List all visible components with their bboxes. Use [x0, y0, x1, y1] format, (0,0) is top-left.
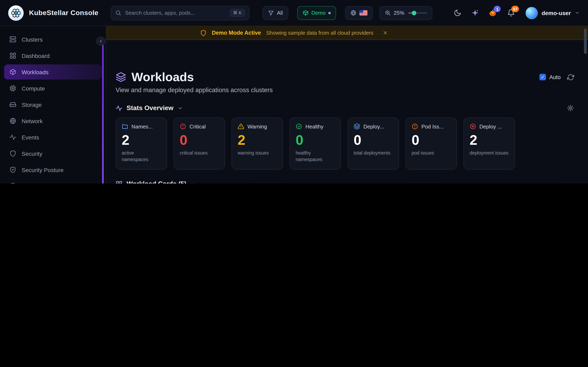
status-dot: [328, 12, 331, 14]
sidebar-item-storage[interactable]: Storage: [4, 97, 102, 112]
stat-card-total-deployments[interactable]: Deploy...0total deployments: [347, 117, 399, 170]
global-filter-button[interactable]: All: [263, 6, 288, 20]
chevron-left-icon: [98, 39, 103, 44]
stat-card-active-namespaces[interactable]: Names...2active namespaces: [116, 117, 167, 170]
demo-mode-button[interactable]: Demo: [297, 6, 336, 20]
stat-caption: pod issues: [412, 150, 451, 156]
stat-label: Healthy: [305, 123, 323, 129]
stat-value: 0: [412, 133, 451, 147]
stat-card-deployment-issues[interactable]: Deploy ...2deployment issues: [463, 117, 515, 170]
zoom-control[interactable]: 25%: [379, 6, 432, 20]
auto-refresh-toggle[interactable]: ✓ Auto: [539, 74, 561, 80]
stat-label: Critical: [190, 123, 206, 129]
stat-label: Deploy...: [363, 123, 384, 129]
sidebar-item-network[interactable]: Network: [4, 113, 102, 128]
funnel-icon: [268, 10, 274, 16]
zoom-slider-thumb[interactable]: [412, 11, 416, 15]
sidebar-item-security[interactable]: Security: [4, 146, 102, 161]
sidebar: ClustersDashboardWorkloadsComputeStorage…: [0, 26, 106, 184]
stat-label: Warning: [247, 123, 267, 129]
zoom-slider[interactable]: [408, 12, 427, 14]
sidebar-nav: ClustersDashboardWorkloadsComputeStorage…: [4, 32, 102, 184]
sidebar-item-security-posture[interactable]: Security Posture: [4, 162, 102, 177]
stat-label: Names...: [131, 123, 153, 129]
theme-toggle-button[interactable]: [454, 9, 462, 17]
sidebar-item-data-compliance[interactable]: Data Compliance: [4, 179, 102, 184]
workload-cards-header[interactable]: Workload Cards (5): [116, 180, 574, 184]
auto-checkbox[interactable]: ✓: [539, 74, 546, 80]
sidebar-item-dashboard[interactable]: Dashboard: [4, 48, 102, 63]
zoom-level: 25%: [394, 10, 404, 16]
banner-title: Demo Mode Active: [212, 30, 261, 36]
sidebar-item-events[interactable]: Events: [4, 130, 102, 145]
search-placeholder: Search clusters, apps, pods...: [125, 10, 226, 16]
stat-caption: active namespaces: [122, 150, 161, 163]
sidebar-item-label: Storage: [22, 101, 42, 108]
sidebar-item-label: Security: [22, 150, 42, 157]
search-shortcut: ⌘ K: [230, 9, 245, 17]
celebration-button[interactable]: [471, 9, 479, 17]
alert-icon: [180, 123, 186, 130]
us-flag-icon: [359, 10, 367, 16]
sidebar-item-compute[interactable]: Compute: [4, 81, 102, 96]
stats-row: Names...2active namespacesCritical0criti…: [116, 117, 574, 170]
user-menu[interactable]: demo-user: [526, 7, 580, 19]
page-scrollbar[interactable]: [584, 29, 587, 54]
stat-value: 0: [296, 133, 335, 147]
stat-card-healthy-namespaces[interactable]: Healthy0healthy namespaces: [290, 117, 341, 170]
stat-card-pod-issues[interactable]: Pod Iss...0pod issues: [406, 117, 457, 170]
auto-label: Auto: [549, 74, 561, 80]
sidebar-item-label: Events: [22, 134, 39, 141]
globe-icon: [9, 117, 16, 124]
language-selector[interactable]: [345, 6, 373, 20]
seasonal-badge-count: 1: [494, 6, 501, 12]
app-root: KubeStellar Console Search clusters, app…: [0, 0, 588, 184]
sidebar-item-workloads[interactable]: Workloads: [4, 64, 102, 80]
sparkle-icon: [471, 9, 479, 17]
app-logo[interactable]: [8, 5, 24, 21]
stat-value: 0: [354, 133, 393, 147]
stats-settings-button[interactable]: [567, 104, 574, 112]
filter-label: All: [277, 10, 283, 16]
sidebar-item-label: Workloads: [22, 69, 49, 75]
stat-value: 0: [180, 133, 219, 147]
stat-card-warning-issues[interactable]: Warning2warning issues: [232, 117, 283, 170]
notifications-button[interactable]: 67: [507, 9, 515, 17]
refresh-icon: [567, 74, 574, 81]
close-icon: [383, 30, 388, 35]
sidebar-item-label: Dashboard: [22, 52, 50, 59]
chevron-down-icon[interactable]: [190, 181, 196, 184]
page-subtitle: View and manage deployed applications ac…: [116, 86, 574, 94]
global-search-input[interactable]: Search clusters, apps, pods... ⌘ K: [111, 6, 250, 20]
main-content: Workloads ✓ Auto View and manage deploye…: [106, 40, 588, 184]
sidebar-item-label: Data Compliance: [22, 183, 66, 184]
activity-icon: [116, 105, 122, 111]
warning-icon: [238, 123, 244, 130]
seasonal-button[interactable]: 1: [489, 9, 497, 17]
hdd-icon: [9, 101, 16, 108]
grid-icon: [116, 180, 122, 184]
banner-subtitle: Showing sample data from all cloud provi…: [266, 30, 373, 36]
banner-close-button[interactable]: [383, 30, 388, 35]
sidebar-item-label: Compute: [22, 85, 45, 92]
server-icon: [9, 36, 16, 43]
database-icon: [9, 183, 16, 184]
stats-overview-header[interactable]: Stats Overview: [116, 104, 574, 112]
sidebar-item-clusters[interactable]: Clusters: [4, 32, 102, 47]
globe-icon: [350, 10, 356, 16]
stat-card-critical-issues[interactable]: Critical0critical issues: [173, 117, 225, 170]
sidebar-collapse-button[interactable]: [96, 37, 105, 46]
demo-label: Demo: [311, 10, 325, 16]
page-refresh-button[interactable]: [567, 74, 574, 81]
chevron-down-icon[interactable]: [177, 105, 183, 111]
search-icon: [115, 10, 121, 16]
workload-cards-title: Workload Cards (5): [127, 180, 186, 184]
zoom-icon: [385, 10, 391, 16]
layers-icon: [354, 123, 360, 130]
stat-caption: deployment issues: [470, 150, 509, 156]
shield-icon: [9, 150, 16, 157]
stat-label: Pod Iss...: [421, 123, 443, 129]
user-name: demo-user: [542, 9, 571, 16]
xcircle-icon: [470, 123, 476, 130]
sidebar-scrollbar[interactable]: [102, 38, 104, 184]
